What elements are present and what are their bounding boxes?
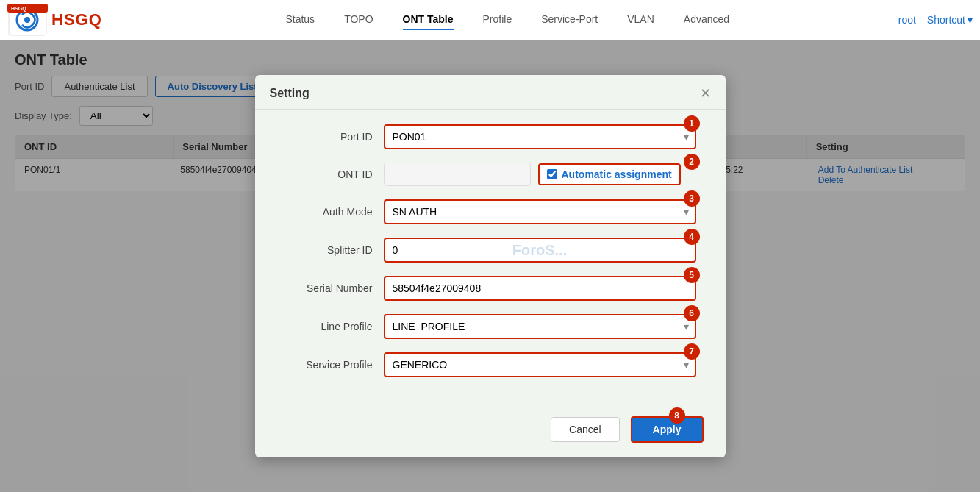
shortcut-label: Shortcut [927, 14, 965, 26]
serial-number-input[interactable] [384, 276, 696, 301]
main-content: ONT Table Port ID Authenticate List Auto… [0, 40, 980, 492]
nav-user: root [898, 14, 916, 26]
ont-id-row: 2 ONT ID Automatic assignment [285, 163, 696, 186]
auth-mode-select-wrapper: SN AUTH [384, 199, 696, 224]
logo-icon: HSGQ [7, 4, 48, 37]
nav-vlan[interactable]: VLAN [627, 10, 654, 30]
port-id-field-label: Port ID [285, 131, 373, 143]
service-profile-select[interactable]: GENERICO [384, 352, 696, 377]
setting-modal: Setting ✕ 1 Port ID PON01 [255, 75, 726, 457]
apply-button[interactable]: Apply [631, 416, 704, 443]
auto-assign-box: Automatic assignment [538, 163, 681, 185]
step-4-badge: 4 [684, 229, 700, 245]
svg-text:HSGQ: HSGQ [11, 6, 26, 12]
brand-name: HSGQ [51, 10, 102, 29]
auto-assign-label: Automatic assignment [562, 168, 672, 180]
top-navigation: HSGQ HSGQ Status TOPO ONT Table Profile … [0, 0, 980, 40]
splitter-id-field-label: Splitter ID [285, 244, 373, 256]
line-profile-field-label: Line Profile [285, 321, 373, 332]
line-profile-select-wrapper: LINE_PROFILE [384, 314, 696, 339]
service-profile-field-label: Service Profile [285, 359, 373, 371]
modal-title: Setting [270, 87, 310, 100]
modal-overlay: Setting ✕ 1 Port ID PON01 [0, 40, 980, 492]
cancel-button[interactable]: Cancel [551, 417, 620, 442]
nav-right: root Shortcut ▾ [898, 14, 973, 26]
auth-mode-row: 3 Auth Mode SN AUTH [285, 199, 696, 224]
nav-topo[interactable]: TOPO [344, 10, 373, 30]
step-6-badge: 6 [684, 305, 700, 321]
modal-footer: Cancel 8 Apply [255, 405, 726, 457]
step-5-badge: 5 [684, 267, 700, 283]
svg-point-3 [24, 17, 30, 23]
shortcut-chevron-icon: ▾ [968, 14, 973, 26]
nav-service-port[interactable]: Service-Port [541, 10, 598, 30]
service-profile-row: 7 Service Profile GENERICO [285, 352, 696, 377]
modal-body: 1 Port ID PON01 2 ONT ID [255, 110, 726, 405]
step-1-badge: 1 [684, 115, 700, 132]
port-id-select[interactable]: PON01 [384, 124, 696, 149]
logo-area: HSGQ HSGQ [7, 4, 102, 37]
port-id-select-wrapper: PON01 [384, 124, 696, 149]
splitter-id-input[interactable] [384, 238, 696, 263]
nav-profile[interactable]: Profile [483, 10, 512, 30]
port-id-row: 1 Port ID PON01 [285, 124, 696, 149]
service-profile-select-wrapper: GENERICO [384, 352, 696, 377]
modal-close-button[interactable]: ✕ [700, 87, 711, 100]
step-7-badge: 7 [684, 343, 700, 360]
nav-status[interactable]: Status [285, 10, 315, 30]
serial-number-row: 5 Serial Number [285, 276, 696, 301]
auth-mode-select[interactable]: SN AUTH [384, 199, 696, 224]
step-8-badge: 8 [669, 407, 685, 424]
nav-advanced[interactable]: Advanced [684, 10, 729, 30]
step-3-badge: 3 [684, 190, 700, 207]
apply-button-wrapper: 8 Apply [631, 416, 704, 443]
modal-header: Setting ✕ [255, 75, 726, 110]
ont-id-input[interactable] [384, 163, 531, 186]
auth-mode-field-label: Auth Mode [285, 206, 373, 218]
ont-id-field-label: ONT ID [285, 168, 373, 180]
serial-number-field-label: Serial Number [285, 282, 373, 294]
line-profile-select[interactable]: LINE_PROFILE [384, 314, 696, 339]
ont-id-controls: Automatic assignment [384, 163, 696, 186]
step-2-badge: 2 [684, 154, 700, 170]
splitter-id-wrapper: ForoS... [384, 238, 696, 263]
auto-assign-checkbox[interactable] [547, 169, 557, 179]
nav-links: Status TOPO ONT Table Profile Service-Po… [117, 10, 898, 30]
nav-shortcut[interactable]: Shortcut ▾ [927, 14, 973, 26]
line-profile-row: 6 Line Profile LINE_PROFILE [285, 314, 696, 339]
splitter-id-row: 4 Splitter ID ForoS... [285, 238, 696, 263]
nav-ont-table[interactable]: ONT Table [403, 10, 454, 30]
